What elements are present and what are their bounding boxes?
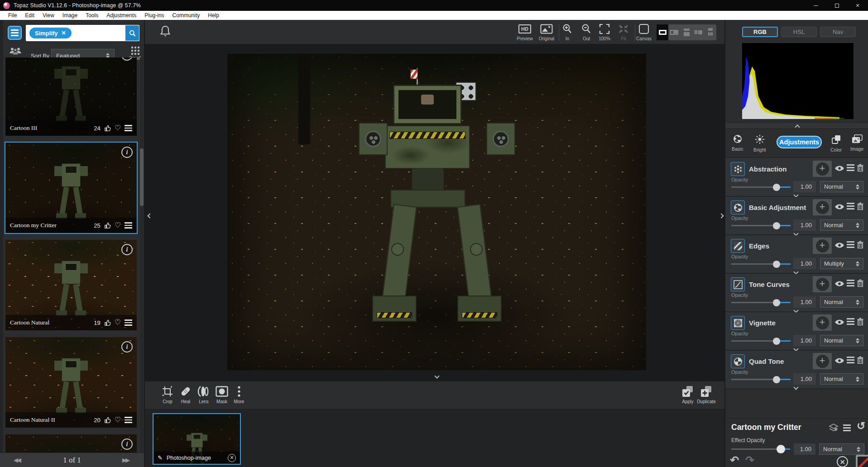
effect-card[interactable]: i Cartoon Natural 19 ♡ [5, 240, 137, 330]
effect-options-icon[interactable] [125, 222, 132, 229]
delete-trash-icon[interactable] [857, 164, 863, 173]
effect-opacity-slider[interactable] [731, 448, 790, 450]
thumbs-up-icon[interactable] [104, 417, 111, 424]
collapse-bottom-panel-icon[interactable] [435, 373, 439, 379]
favorite-heart-icon[interactable]: ♡ [115, 416, 121, 424]
visibility-eye-icon[interactable] [834, 357, 844, 365]
effect-options-icon[interactable] [125, 125, 132, 131]
undo-button[interactable]: ↶ [730, 454, 739, 466]
thumbs-up-icon[interactable] [104, 222, 111, 229]
favorite-heart-icon[interactable]: ♡ [115, 124, 121, 132]
favorite-heart-icon[interactable]: ♡ [115, 222, 121, 229]
canvas-button[interactable]: Canvas [633, 23, 655, 41]
tab-hsl[interactable]: HSL [781, 27, 817, 37]
redo-button[interactable]: ↷ [745, 454, 754, 466]
blend-mode-dropdown[interactable]: Normal [820, 181, 863, 192]
thumbs-up-icon[interactable] [104, 319, 111, 326]
add-adjustment-button[interactable]: + [813, 315, 832, 331]
blend-mode-dropdown[interactable]: Normal [820, 373, 863, 385]
tone-curves-icon[interactable] [731, 277, 745, 291]
next-page-button[interactable]: ▶▶ [122, 457, 129, 463]
delete-trash-icon[interactable] [857, 279, 863, 288]
expand-chevron-icon[interactable] [794, 384, 798, 391]
effect-menu-icon[interactable] [843, 424, 851, 433]
adjustment-menu-icon[interactable] [847, 164, 854, 172]
minimize-button[interactable] [806, 0, 826, 11]
adjustment-menu-icon[interactable] [847, 318, 854, 326]
category-adjustments[interactable]: Adjustments [777, 136, 822, 148]
blend-mode-dropdown[interactable]: Normal [820, 296, 863, 308]
heal-tool-button[interactable]: Heal [176, 385, 196, 404]
blend-mode-dropdown[interactable]: Normal [820, 335, 863, 346]
opacity-value[interactable]: 1.00 [793, 219, 816, 231]
effect-card[interactable]: i ♡ [5, 434, 137, 453]
thumbs-up-icon[interactable] [104, 125, 111, 132]
menu-item-view[interactable]: View [38, 11, 58, 20]
view-mode-split-side[interactable] [668, 24, 680, 40]
fit-button[interactable]: Fit [612, 23, 635, 41]
effect-blend-dropdown[interactable]: Normal [819, 443, 864, 455]
info-icon[interactable]: i [121, 57, 133, 61]
info-icon[interactable]: i [121, 147, 133, 158]
menu-item-edit[interactable]: Edit [21, 11, 38, 20]
filmstrip-thumbnail[interactable]: ✎ Photoshop-image ✕ [153, 413, 241, 465]
info-icon[interactable]: i [121, 341, 133, 353]
lens-tool-button[interactable]: Lens [194, 385, 214, 404]
blend-mode-dropdown[interactable]: Normal [820, 219, 863, 231]
view-mode-split-top[interactable] [681, 24, 692, 40]
menu-item-help[interactable]: Help [204, 11, 223, 20]
visibility-eye-icon[interactable] [834, 204, 844, 211]
edit-pencil-icon[interactable]: ✎ [158, 454, 163, 461]
histogram-collapse-button[interactable] [725, 122, 868, 129]
crop-tool-button[interactable]: Crop [158, 385, 177, 404]
remove-filter-icon[interactable]: ✕ [62, 30, 66, 36]
remove-image-icon[interactable]: ✕ [228, 454, 236, 462]
expand-right-panel-icon[interactable] [719, 213, 723, 219]
menu-item-image[interactable]: Image [58, 11, 82, 20]
duplicate-button[interactable]: Duplicate [696, 385, 716, 404]
view-mode-compare-top[interactable] [705, 24, 716, 40]
effect-options-icon[interactable] [125, 417, 132, 423]
abstraction-icon[interactable] [731, 162, 745, 176]
sidebar-scrollbar-track[interactable] [140, 57, 144, 453]
collapse-left-panel-icon[interactable] [148, 213, 152, 219]
info-icon[interactable]: i [121, 438, 133, 450]
view-mode-single[interactable] [657, 24, 668, 40]
menu-item-plug-ins[interactable]: Plug-ins [140, 11, 168, 20]
adjustment-menu-icon[interactable] [847, 203, 854, 211]
original-button[interactable]: Original [535, 23, 558, 41]
delete-trash-icon[interactable] [857, 241, 863, 250]
cancel-button[interactable]: ✕ [837, 456, 848, 467]
effect-options-icon[interactable] [125, 319, 132, 326]
menu-item-tools[interactable]: Tools [82, 11, 102, 20]
blend-mode-dropdown[interactable]: Multiply [820, 258, 863, 269]
effect-card[interactable]: i Cartoon III 24 ♡ [5, 57, 137, 136]
opacity-slider[interactable] [731, 186, 791, 188]
visibility-eye-icon[interactable] [834, 319, 844, 327]
tab-nav[interactable]: Nav [820, 27, 856, 37]
visibility-eye-icon[interactable] [834, 281, 844, 288]
effect-card[interactable]: i Cartoon my Critter 25 ♡ [5, 143, 137, 233]
adjustment-menu-icon[interactable] [847, 241, 854, 249]
opacity-slider[interactable] [731, 263, 791, 265]
visibility-eye-icon[interactable] [834, 242, 844, 250]
delete-trash-icon[interactable] [857, 318, 863, 327]
search-filter-tag[interactable]: Simplify ✕ [29, 28, 72, 38]
previous-page-button[interactable]: ◀◀ [14, 457, 20, 463]
opacity-value[interactable]: 1.00 [793, 335, 816, 346]
vignette-icon[interactable] [731, 316, 745, 330]
more-tools-button[interactable]: More [229, 385, 249, 404]
category-bright[interactable]: Bright [753, 134, 766, 152]
opacity-value[interactable]: 1.00 [793, 258, 816, 269]
category-image[interactable]: Image [850, 134, 863, 152]
adjustment-menu-icon[interactable] [847, 357, 854, 365]
opacity-slider[interactable] [731, 302, 791, 303]
maximize-button[interactable] [826, 0, 847, 11]
effect-card[interactable]: i Cartoon Natural II 20 ♡ [5, 337, 137, 428]
tab-rgb[interactable]: RGB [742, 27, 778, 37]
adjustment-menu-icon[interactable] [847, 280, 854, 288]
close-button[interactable]: ✕ [847, 0, 868, 11]
add-adjustment-button[interactable]: + [813, 238, 832, 254]
opacity-value[interactable]: 1.00 [793, 373, 816, 385]
quad-tone-icon[interactable] [731, 354, 745, 368]
